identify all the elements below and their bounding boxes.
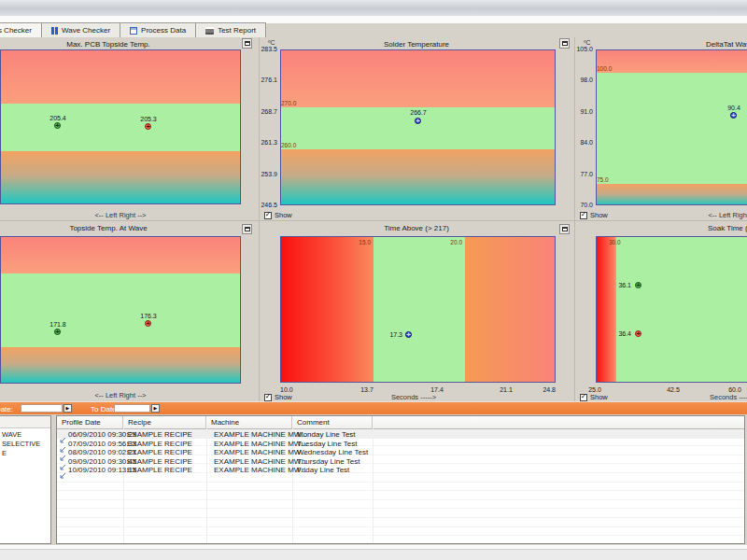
show-checkbox[interactable]: ✓ Show bbox=[580, 211, 608, 219]
from-date-dropdown-button[interactable]: ▶ bbox=[63, 404, 72, 413]
checkbox-icon: ✓ bbox=[264, 394, 272, 401]
show-label: Show bbox=[590, 393, 608, 401]
plot-area bbox=[280, 49, 556, 205]
data-point-marker[interactable] bbox=[730, 112, 737, 119]
y-tick: 77.0 bbox=[575, 171, 593, 177]
plot-area bbox=[280, 236, 556, 383]
zone-high bbox=[597, 50, 747, 73]
y-tick: 246.5 bbox=[260, 202, 277, 208]
table-row[interactable]: 07/09/2010 09:56:33 EXAMPLE RECIPE EXAMP… bbox=[57, 439, 744, 448]
checkbox-icon: ✓ bbox=[264, 212, 272, 219]
zone-ok bbox=[374, 237, 465, 382]
threshold-label: 20.0 bbox=[444, 239, 462, 245]
wave-checker-icon bbox=[51, 27, 58, 35]
column-header-machine[interactable]: Machine bbox=[206, 416, 292, 428]
list-header bbox=[0, 416, 50, 428]
tab-test-report[interactable]: Test Report bbox=[196, 22, 266, 37]
y-tick: 70.0 bbox=[575, 202, 593, 208]
tab-process-checker[interactable]: Process Checker bbox=[0, 22, 42, 37]
data-point-value: 36.1 bbox=[601, 282, 631, 288]
list-item[interactable]: E bbox=[2, 449, 7, 457]
table-row[interactable]: 09/09/2010 09:30:45 EXAMPLE RECIPE EXAMP… bbox=[57, 456, 744, 466]
show-label: Show bbox=[275, 211, 292, 219]
x-tick: 60.0 bbox=[722, 386, 747, 393]
zone-low-time bbox=[281, 237, 374, 382]
chart-panel-soak-time: Soak Time (120-1 30.0 36.1 36.4 25.0 42.… bbox=[575, 221, 747, 404]
data-point-marker[interactable] bbox=[54, 122, 61, 129]
from-date-input[interactable] bbox=[21, 404, 63, 413]
list-item[interactable]: SELECTIVE bbox=[2, 440, 40, 448]
chart-panel-max-pcb-topside-temp: Max. PCB Topside Temp. 205.4 205.3 <-- L… bbox=[0, 37, 259, 221]
chart-panel-solder-temperature: ºC Solder Temperature 283.5 276.1 268.7 … bbox=[260, 37, 573, 221]
data-point-marker[interactable] bbox=[54, 329, 61, 335]
to-date-dropdown-button[interactable]: ▶ bbox=[151, 404, 160, 413]
maximize-button[interactable] bbox=[559, 38, 570, 49]
plot-area bbox=[0, 49, 241, 204]
data-point-marker[interactable] bbox=[415, 118, 421, 124]
maximize-icon bbox=[245, 227, 250, 231]
dropdown-arrow-icon: ▶ bbox=[154, 405, 158, 411]
y-tick: 84.0 bbox=[575, 139, 593, 146]
tab-wave-checker[interactable]: Wave Checker bbox=[42, 22, 120, 37]
y-tick: 268.7 bbox=[260, 108, 277, 115]
chart-panel-deltat-wave: ºC DeltaTat Wave 105.0 98.0 91.0 84.0 77… bbox=[575, 37, 747, 221]
table-row[interactable]: 10/09/2010 09:13:15 EXAMPLE RECIPE EXAMP… bbox=[57, 465, 744, 474]
chart-title: Max. PCB Topside Temp. bbox=[0, 40, 259, 49]
cell-recipe: EXAMPLE RECIPE bbox=[127, 466, 192, 474]
printer-icon bbox=[205, 27, 214, 35]
show-checkbox[interactable]: ✓ Show bbox=[264, 211, 292, 219]
y-tick: 276.1 bbox=[260, 77, 277, 83]
data-point-value: 17.3 bbox=[371, 331, 402, 338]
from-date-label: From Date: bbox=[0, 405, 13, 413]
table-header: Profile Date Recipe Machine Comment bbox=[57, 416, 744, 429]
data-point-value: 176.3 bbox=[135, 313, 162, 319]
chart-title: Time Above (> 217) bbox=[260, 224, 573, 232]
data-point-marker[interactable] bbox=[145, 123, 151, 130]
data-point-marker[interactable] bbox=[635, 282, 641, 288]
table-body: 06/09/2010 09:30:29 EXAMPLE RECIPE EXAMP… bbox=[57, 428, 744, 543]
data-point-marker[interactable] bbox=[635, 330, 641, 337]
data-point-value: 205.3 bbox=[135, 116, 162, 122]
process-data-icon bbox=[130, 27, 137, 35]
threshold-label: 260.0 bbox=[281, 142, 296, 148]
checkbox-icon: ✓ bbox=[580, 212, 587, 219]
y-tick: 98.0 bbox=[575, 77, 593, 83]
column-header-recipe[interactable]: Recipe bbox=[123, 416, 206, 428]
x-axis-label: Seconds -----> bbox=[710, 393, 747, 401]
list-item[interactable]: WAVE bbox=[2, 430, 21, 439]
column-header-comment[interactable]: Comment bbox=[292, 416, 373, 428]
date-filter-bar: From Date: ▶ To Date: ▶ bbox=[0, 401, 747, 414]
chart-panel-topside-temp-at-wave: Topside Temp. At Wave 171.8 176.3 <-- Le… bbox=[0, 221, 259, 404]
plot-area bbox=[596, 236, 747, 383]
data-point-marker[interactable] bbox=[405, 331, 412, 338]
x-tick: 24.8 bbox=[535, 386, 556, 393]
checkbox-icon: ✓ bbox=[580, 394, 587, 401]
data-point-value: 171.8 bbox=[45, 321, 71, 328]
column-header-profile-date[interactable]: Profile Date bbox=[57, 416, 123, 428]
x-axis-label: Seconds -----> bbox=[358, 393, 470, 401]
plot-area bbox=[0, 236, 241, 384]
zone-high bbox=[1, 237, 240, 273]
maximize-button[interactable] bbox=[242, 224, 252, 234]
maximize-button[interactable] bbox=[559, 224, 570, 234]
data-point-marker[interactable] bbox=[145, 320, 151, 327]
maximize-icon bbox=[562, 227, 568, 231]
threshold-label: 75.0 bbox=[597, 176, 609, 183]
table-row[interactable]: 06/09/2010 09:30:29 EXAMPLE RECIPE EXAMP… bbox=[57, 429, 744, 439]
to-date-input[interactable] bbox=[114, 404, 150, 413]
x-tick: 21.1 bbox=[493, 386, 519, 393]
show-checkbox[interactable]: ✓ Show bbox=[580, 393, 608, 401]
zone-low bbox=[597, 184, 747, 205]
tab-label: Wave Checker bbox=[62, 26, 110, 35]
tab-process-data[interactable]: Process Data bbox=[120, 22, 196, 37]
chart-panel-time-above-217: Time Above (> 217) 15.0 20.0 17.3 10.0 1… bbox=[260, 221, 573, 404]
zone-high bbox=[1, 50, 240, 104]
show-label: Show bbox=[590, 211, 608, 219]
table-row[interactable]: 08/09/2010 09:02:21 EXAMPLE RECIPE EXAMP… bbox=[57, 447, 744, 456]
maximize-button[interactable] bbox=[242, 38, 252, 49]
threshold-label: 15.0 bbox=[352, 239, 371, 245]
unit-label: ºC bbox=[584, 39, 591, 46]
show-checkbox[interactable]: ✓ Show bbox=[264, 393, 292, 401]
chart-title: Soak Time (120-1 bbox=[708, 224, 747, 232]
threshold-label: 30.0 bbox=[609, 239, 621, 245]
